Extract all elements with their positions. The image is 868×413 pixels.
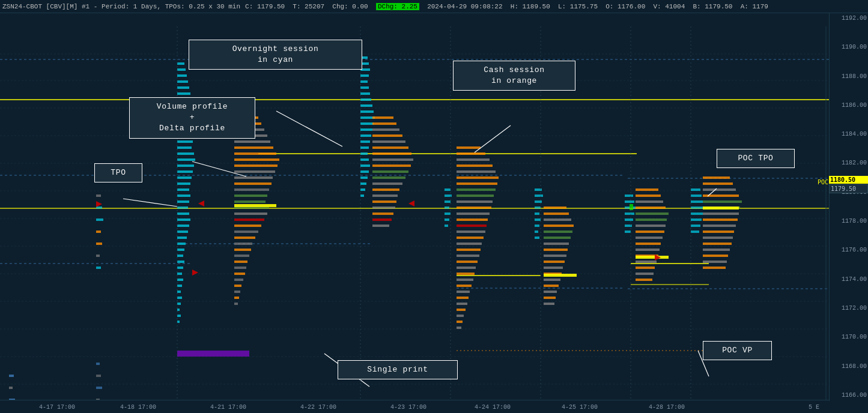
svg-rect-58 — [177, 146, 192, 149]
svg-rect-144 — [360, 176, 368, 179]
svg-rect-258 — [691, 200, 703, 203]
svg-rect-122 — [234, 297, 239, 299]
svg-rect-108 — [234, 213, 267, 215]
price-1170: 1170.00 — [831, 334, 867, 340]
svg-rect-252 — [636, 267, 655, 269]
svg-rect-190 — [457, 243, 482, 245]
svg-rect-241 — [636, 200, 663, 203]
price-1174: 1174.00 — [831, 277, 867, 283]
svg-rect-150 — [372, 128, 399, 131]
svg-rect-183 — [457, 200, 493, 203]
svg-rect-171 — [445, 213, 451, 215]
svg-rect-81 — [177, 285, 182, 287]
svg-rect-62 — [177, 170, 193, 173]
svg-rect-180 — [457, 182, 497, 185]
svg-rect-178 — [457, 170, 496, 173]
poc-price-box-2: 1179.50 — [829, 184, 868, 193]
svg-rect-97 — [234, 152, 276, 155]
svg-rect-83 — [177, 297, 182, 299]
svg-rect-46 — [177, 74, 187, 77]
svg-rect-267 — [703, 194, 739, 197]
svg-rect-107 — [234, 204, 276, 207]
svg-rect-162 — [372, 200, 396, 203]
svg-rect-191 — [457, 249, 481, 251]
svg-rect-147 — [360, 194, 364, 197]
svg-rect-247 — [636, 237, 663, 239]
svg-rect-84 — [177, 303, 181, 305]
svg-rect-249 — [636, 249, 660, 251]
svg-rect-42 — [96, 387, 102, 389]
svg-rect-176 — [457, 158, 490, 161]
svg-rect-117 — [234, 267, 246, 269]
svg-rect-61 — [177, 164, 194, 167]
svg-rect-77 — [177, 261, 184, 263]
cash-session-annotation: Cash sessionin orange — [453, 61, 575, 91]
svg-rect-75 — [177, 249, 184, 251]
svg-rect-48 — [177, 86, 189, 89]
svg-rect-185 — [457, 213, 490, 215]
svg-rect-263 — [691, 231, 699, 233]
svg-rect-174 — [457, 146, 481, 149]
time-424: 4-24 17:00 — [475, 404, 511, 411]
svg-rect-189 — [457, 237, 484, 239]
svg-rect-148 — [372, 116, 393, 119]
svg-rect-223 — [544, 261, 565, 263]
svg-rect-130 — [360, 92, 370, 95]
svg-rect-228 — [544, 274, 577, 277]
svg-rect-192 — [457, 255, 479, 257]
svg-rect-99 — [234, 164, 278, 167]
svg-rect-268 — [703, 200, 742, 203]
svg-rect-205 — [535, 188, 542, 191]
svg-rect-158 — [372, 176, 405, 179]
price-1190: 1190.00 — [831, 44, 867, 50]
svg-rect-286 — [630, 204, 633, 210]
svg-rect-41 — [96, 375, 101, 377]
svg-rect-199 — [457, 297, 469, 299]
svg-rect-265 — [703, 182, 733, 185]
svg-rect-49 — [177, 92, 190, 95]
svg-rect-69 — [177, 213, 189, 215]
svg-rect-103 — [234, 188, 269, 191]
svg-rect-184 — [457, 206, 491, 209]
svg-rect-254 — [636, 273, 654, 275]
svg-rect-266 — [703, 188, 736, 191]
time-418: 4-18 17:00 — [120, 404, 156, 411]
svg-rect-271 — [703, 219, 738, 221]
svg-rect-229 — [544, 291, 557, 293]
svg-rect-154 — [372, 152, 411, 155]
svg-rect-166 — [372, 225, 389, 227]
svg-rect-35 — [96, 219, 103, 221]
svg-rect-163 — [372, 206, 395, 209]
time-422: 4-22 17:00 — [300, 404, 336, 411]
svg-rect-114 — [234, 249, 251, 251]
svg-rect-96 — [234, 146, 273, 149]
chart-title: ZSN24-CBOT [CBV][M] #1 - Period: 1 Days,… — [2, 3, 240, 10]
svg-rect-119 — [234, 279, 243, 281]
svg-rect-248 — [636, 243, 661, 245]
volume-profile-annotation: Volume profile+Delta profile — [129, 97, 255, 139]
svg-rect-209 — [535, 213, 539, 215]
svg-rect-64 — [177, 182, 190, 185]
svg-rect-181 — [457, 188, 496, 191]
svg-rect-88 — [177, 351, 249, 357]
svg-rect-100 — [234, 170, 275, 173]
svg-rect-115 — [234, 255, 249, 257]
svg-rect-38 — [96, 255, 100, 257]
svg-rect-234 — [625, 206, 636, 209]
session-422 — [360, 56, 413, 227]
svg-rect-201 — [457, 309, 466, 311]
svg-rect-259 — [691, 206, 704, 209]
svg-rect-197 — [457, 285, 472, 287]
svg-rect-196 — [457, 279, 473, 281]
svg-rect-110 — [234, 225, 261, 227]
svg-rect-66 — [177, 194, 190, 197]
svg-rect-149 — [372, 122, 396, 125]
svg-rect-39 — [96, 267, 101, 269]
svg-rect-272 — [703, 225, 736, 227]
poc-price-box-1: 1180.50 — [829, 176, 868, 184]
svg-rect-151 — [372, 134, 402, 137]
svg-line-292 — [708, 188, 717, 196]
svg-rect-78 — [177, 267, 183, 269]
svg-rect-262 — [691, 225, 700, 227]
svg-rect-156 — [372, 164, 411, 167]
